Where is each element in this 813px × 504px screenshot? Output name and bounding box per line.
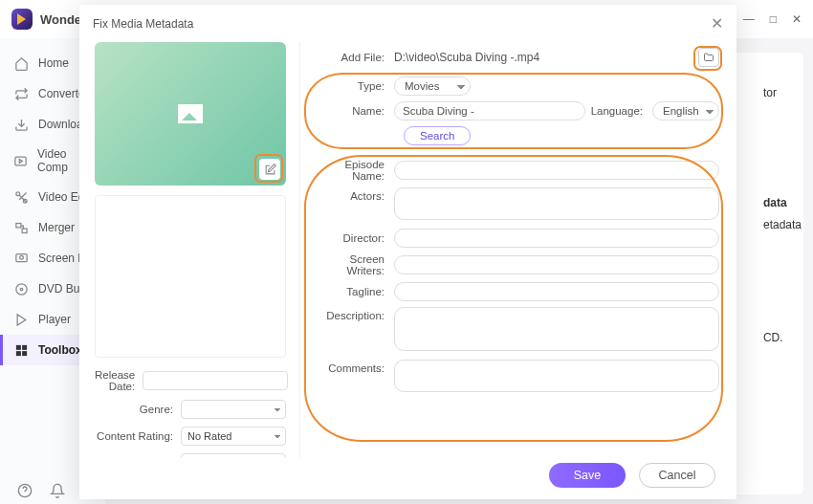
maximize-button[interactable]: □ (770, 12, 777, 26)
writers-input[interactable] (394, 255, 719, 274)
episode-name-input[interactable] (394, 161, 719, 180)
add-file-label: Add File: (310, 52, 394, 63)
app-logo-icon (11, 9, 33, 30)
merger-icon (13, 220, 29, 235)
sidebar-item-label: Player (38, 313, 71, 326)
svg-rect-3 (15, 223, 20, 227)
svg-rect-11 (22, 344, 27, 349)
video-edit-icon (13, 189, 29, 205)
sidebar-item-label: Merger (38, 221, 75, 234)
description-label: Description: (310, 307, 394, 321)
minimize-button[interactable]: — (743, 12, 755, 26)
writers-label: Screen Writers: (310, 253, 394, 276)
sidebar-item-label: Toolbox (38, 343, 82, 357)
close-icon[interactable]: ✕ (711, 14, 723, 33)
cover-gallery[interactable] (95, 195, 286, 358)
bg-peek-text: data (763, 192, 802, 214)
description-input[interactable] (394, 307, 719, 351)
screen-record-icon (13, 251, 29, 266)
name-input[interactable] (394, 101, 585, 121)
home-icon (13, 55, 29, 71)
language-select[interactable]: English (652, 101, 719, 121)
edit-cover-button[interactable] (259, 159, 280, 180)
left-pane: Release Date: Genre: Content Rating:No R… (79, 42, 299, 457)
fix-metadata-modal: Fix Media Metadata ✕ Release Date: Genre… (79, 5, 736, 499)
content-rating-select[interactable]: No Rated (181, 427, 286, 446)
svg-rect-12 (15, 351, 20, 356)
cover-thumbnail[interactable] (95, 42, 286, 186)
modal-header: Fix Media Metadata ✕ (79, 5, 736, 42)
svg-point-7 (15, 283, 26, 294)
image-placeholder-icon (178, 104, 203, 123)
modal-footer: Save Cancel (79, 457, 736, 499)
background-peek: tor data etadata CD. (763, 82, 802, 349)
release-date-input[interactable] (143, 371, 288, 390)
director-label: Director: (310, 232, 394, 244)
bg-peek-text: tor (763, 82, 802, 104)
episode-label: Episode Name: (310, 159, 394, 182)
browse-file-button[interactable] (698, 48, 719, 67)
genre-label: Genre: (95, 404, 181, 415)
comments-input[interactable] (394, 360, 719, 392)
type-select[interactable]: Movies (394, 77, 471, 96)
svg-rect-10 (15, 344, 20, 349)
tagline-input[interactable] (394, 282, 719, 301)
player-icon (13, 312, 29, 327)
close-window-button[interactable]: ✕ (792, 12, 802, 26)
comments-label: Comments: (310, 360, 394, 374)
modal-title: Fix Media Metadata (93, 17, 193, 31)
sidebar-item-label: Home (38, 56, 69, 70)
svg-point-8 (20, 288, 23, 291)
language-label: Language: (585, 105, 652, 117)
right-pane: Add File: D:\video\Scuba Diving -.mp4 Ty… (299, 42, 736, 457)
dvd-burn-icon (13, 281, 29, 296)
save-button[interactable]: Save (549, 463, 626, 488)
help-icon[interactable] (17, 483, 33, 498)
video-compress-icon (13, 153, 28, 168)
download-icon (13, 117, 29, 132)
bg-peek-text: CD. (763, 327, 802, 349)
cancel-button[interactable]: Cancel (639, 463, 715, 488)
bell-icon[interactable] (50, 483, 65, 498)
genre-select[interactable] (181, 400, 286, 419)
director-input[interactable] (394, 229, 719, 248)
sidebar-item-label: Video Ed (38, 190, 85, 204)
bg-peek-text: etadata (763, 214, 802, 236)
type-label: Type: (310, 80, 394, 92)
svg-rect-0 (15, 157, 26, 165)
toolbox-icon (13, 342, 29, 358)
tagline-label: Tagline: (310, 286, 394, 297)
search-button[interactable]: Search (404, 126, 471, 145)
svg-rect-13 (22, 351, 27, 356)
content-rating-label: Content Rating: (95, 430, 181, 442)
svg-marker-9 (17, 314, 26, 324)
sidebar-item-label: DVD Bu (38, 282, 79, 296)
svg-point-6 (19, 255, 23, 259)
actors-label: Actors: (310, 187, 394, 202)
add-file-path: D:\video\Scuba Diving -.mp4 (394, 51, 692, 64)
name-label: Name: (310, 105, 394, 117)
svg-rect-4 (22, 229, 27, 232)
converter-icon (13, 86, 29, 101)
svg-point-1 (15, 191, 19, 195)
actors-input[interactable] (394, 187, 719, 220)
window-controls: — □ ✕ (743, 12, 802, 26)
release-date-label: Release Date: (95, 369, 143, 392)
svg-rect-5 (15, 253, 26, 261)
